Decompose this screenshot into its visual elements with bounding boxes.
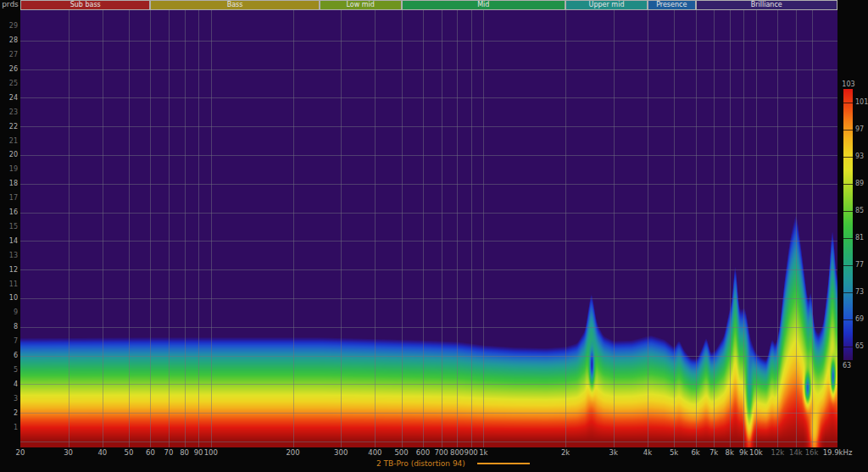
- prds-tick-label: 13: [0, 252, 18, 259]
- band-segment-low-mid: Low mid: [320, 0, 402, 10]
- band-segment-bass: Bass: [150, 0, 319, 10]
- legend-trace-line: [477, 463, 530, 464]
- freq-tick-label: 20: [16, 448, 25, 457]
- freq-tick-label: 400: [368, 448, 381, 457]
- prds-tick-label: 10: [0, 294, 18, 302]
- freq-tick-label: 800: [450, 448, 464, 457]
- freq-tick-label: 2k: [561, 448, 570, 457]
- band-segment-mid: Mid: [402, 0, 566, 10]
- band-segment-upper-mid: Upper mid: [565, 0, 648, 10]
- freq-tick-label: 90: [194, 448, 203, 457]
- colorbar-tick-line: [843, 211, 853, 212]
- freq-tick-label: 19.9kHz: [823, 448, 853, 457]
- prds-tick-label: 21: [0, 137, 18, 145]
- freq-tick-label: 16k: [805, 448, 819, 457]
- colorbar-tick-label: 85: [855, 208, 864, 214]
- prds-tick-label: 28: [0, 36, 18, 44]
- colorbar-tick-line: [843, 319, 853, 320]
- freq-tick-label: 5k: [670, 448, 678, 457]
- spectrogram-window: prds Sub bassBassLow midMidUpper midPres…: [0, 0, 868, 472]
- prds-tick-label: 27: [0, 51, 18, 58]
- colorbar-tick-label: 73: [855, 289, 864, 296]
- prds-tick-label: 7: [0, 337, 18, 345]
- freq-tick-label: 3k: [609, 448, 618, 457]
- freq-tick-label: 60: [146, 448, 155, 457]
- freq-tick-label: 30: [64, 448, 73, 457]
- colorbar: 103 63 101979389858177736965: [838, 81, 868, 373]
- colorbar-min-label: 63: [839, 362, 854, 369]
- colorbar-tick-line: [843, 184, 853, 185]
- colorbar-tick-line: [843, 130, 853, 130]
- prds-tick-label: 29: [0, 22, 18, 30]
- colorbar-tick-line: [843, 238, 853, 239]
- prds-tick-label: 8: [0, 323, 18, 330]
- freq-tick-label: 12k: [771, 448, 784, 457]
- freq-tick-label: 4k: [643, 448, 652, 457]
- prds-tick-label: 6: [0, 352, 18, 359]
- prds-axis-title: prds: [0, 0, 20, 9]
- colorbar-tick-line: [843, 292, 853, 293]
- prds-axis: 1234567891011121314151617181920212223242…: [0, 10, 19, 447]
- prds-tick-label: 14: [0, 237, 18, 245]
- frequency-band-bar: Sub bassBassLow midMidUpper midPresenceB…: [20, 0, 837, 10]
- colorbar-tick-label: 65: [855, 343, 864, 350]
- colorbar-tick-label: 97: [855, 126, 864, 133]
- prds-tick-label: 20: [0, 151, 18, 158]
- freq-tick-label: 40: [97, 448, 107, 457]
- prds-tick-label: 24: [0, 94, 18, 102]
- freq-tick-label: 300: [334, 448, 348, 457]
- spectrogram-canvas[interactable]: [20, 10, 837, 447]
- prds-tick-label: 22: [0, 123, 18, 130]
- colorbar-tick-label: 89: [855, 180, 864, 187]
- colorbar-tick-label: 81: [855, 235, 864, 242]
- freq-tick-label: 80: [180, 448, 189, 457]
- band-segment-sub-bass: Sub bass: [20, 0, 150, 10]
- prds-tick-label: 11: [0, 280, 18, 288]
- legend: 2 TB-Pro (distortion 94): [376, 458, 530, 469]
- prds-tick-label: 5: [0, 366, 18, 374]
- colorbar-gradient: [843, 89, 853, 360]
- freq-tick-label: 7k: [709, 448, 718, 457]
- prds-tick-label: 4: [0, 380, 18, 388]
- freq-tick-label: 200: [286, 448, 299, 457]
- colorbar-tick-line: [843, 265, 853, 266]
- freq-tick-label: 14k: [789, 448, 803, 457]
- colorbar-tick-line: [843, 157, 853, 158]
- prds-tick-label: 23: [0, 108, 18, 116]
- freq-tick-label: 70: [164, 448, 174, 457]
- band-segment-brilliance: Brilliance: [696, 0, 837, 10]
- colorbar-tick-line: [843, 103, 853, 103]
- colorbar-tick-label: 77: [855, 262, 864, 269]
- prds-tick-label: 12: [0, 266, 18, 274]
- freq-tick-label: 900: [464, 448, 477, 457]
- prds-tick-label: 1: [0, 424, 18, 431]
- colorbar-tick-label: 101: [855, 99, 868, 106]
- prds-tick-label: 15: [0, 223, 18, 230]
- prds-tick-label: 19: [0, 165, 18, 173]
- prds-tick-label: 2: [0, 409, 18, 417]
- freq-tick-label: 10k: [749, 448, 763, 457]
- freq-tick-label: 700: [434, 448, 448, 457]
- freq-tick-label: 500: [394, 448, 408, 457]
- prds-tick-label: 9: [0, 308, 18, 316]
- colorbar-tick-label: 69: [855, 316, 864, 323]
- freq-tick-label: 50: [125, 448, 134, 457]
- prds-tick-label: 26: [0, 65, 18, 73]
- freq-tick-label: 8k: [726, 448, 734, 457]
- colorbar-tick-label: 93: [855, 153, 864, 160]
- colorbar-max-label: 103: [841, 81, 856, 88]
- freq-tick-label: 100: [204, 448, 218, 457]
- prds-tick-label: 3: [0, 395, 18, 403]
- prds-tick-label: 17: [0, 194, 18, 202]
- freq-tick-label: 600: [416, 448, 430, 457]
- prds-tick-label: 18: [0, 180, 18, 187]
- prds-tick-label: 25: [0, 80, 18, 87]
- freq-tick-label: 1k: [479, 448, 487, 457]
- prds-tick-label: 16: [0, 208, 18, 216]
- band-segment-presence: Presence: [648, 0, 696, 10]
- freq-tick-label: 9k: [739, 448, 748, 457]
- colorbar-tick-line: [843, 347, 853, 347]
- freq-tick-label: 6k: [691, 448, 699, 457]
- legend-trace-label[interactable]: 2 TB-Pro (distortion 94): [376, 459, 465, 468]
